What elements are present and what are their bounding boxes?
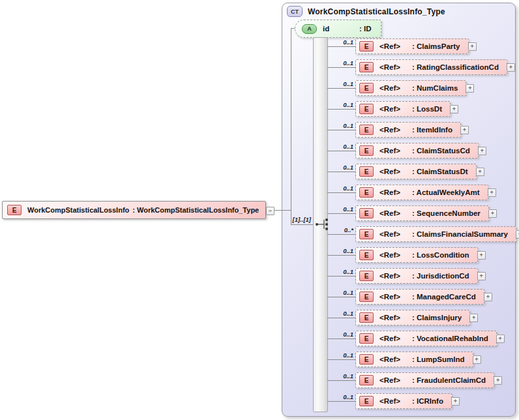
connector-line: 0..1	[327, 248, 355, 262]
element-type-label: : SequenceNumber	[412, 209, 481, 217]
element-ref-box[interactable]: E <Ref> : ManagedCareCd +	[355, 289, 484, 305]
ref-label: <Ref>	[379, 335, 412, 342]
element-ref-box[interactable]: E <Ref> : LossDt +	[355, 101, 451, 117]
cardinality-label: 0..1	[343, 372, 353, 380]
element-ref-box[interactable]: E <Ref> : RatingClassificationCd +	[355, 59, 507, 75]
element-ref-row: 0..1 E <Ref> : ManagedCareCd +	[327, 290, 484, 304]
expand-icon[interactable]: +	[494, 376, 502, 385]
element-type-label: : ActualWeeklyAmt	[412, 188, 480, 196]
element-ref-row: 0..1 E <Ref> : ClaimStatusCd +	[327, 143, 479, 158]
element-type-label: : LossCondition	[412, 251, 469, 259]
connector-line: 0..*	[327, 227, 355, 241]
element-ref-box[interactable]: E <Ref> : ICRInfo +	[355, 393, 452, 409]
expand-icon[interactable]: +	[466, 84, 474, 93]
complex-type-title: WorkCompStatisticalLossInfo_Type	[308, 7, 445, 16]
element-ref-row: 0..1 E <Ref> : FraudulentClaimCd +	[327, 373, 494, 387]
ref-label: <Ref>	[379, 230, 412, 238]
element-ref-box[interactable]: E <Ref> : FraudulentClaimCd +	[355, 372, 494, 388]
root-element-name: WorkCompStatisticalLossInfo	[27, 206, 129, 214]
connector-line	[291, 224, 314, 225]
element-ref-box[interactable]: E <Ref> : ClaimStatusDt +	[355, 164, 477, 179]
cardinality-label: 0..1	[343, 247, 353, 254]
element-ref-box[interactable]: E <Ref> : ActualWeeklyAmt +	[355, 185, 488, 200]
expand-icon[interactable]: +	[516, 230, 519, 239]
connector-line: 0..1	[327, 39, 355, 53]
expand-icon[interactable]: +	[477, 251, 486, 260]
element-ref-box[interactable]: E <Ref> : SequenceNumber +	[355, 205, 489, 221]
expand-icon[interactable]: +	[468, 42, 477, 51]
element-icon: E	[359, 208, 374, 218]
connector-line: 0..1	[327, 143, 355, 158]
expand-icon[interactable]: +	[484, 293, 492, 301]
connector-line: 0..1	[327, 331, 355, 346]
element-icon: E	[359, 104, 374, 114]
element-ref-box[interactable]: E <Ref> : NumClaims +	[355, 80, 466, 96]
cardinality-label: 0..1	[343, 205, 353, 213]
element-ref-row: 0..1 E <Ref> : ClaimsParty +	[327, 39, 469, 53]
root-element-box[interactable]: E WorkCompStatisticalLossInfo : WorkComp…	[2, 201, 266, 219]
cardinality-label: 0..1	[343, 185, 353, 192]
element-type-label: : FraudulentClaimCd	[412, 376, 486, 384]
element-icon: E	[359, 292, 374, 302]
element-icon: E	[359, 125, 374, 135]
element-ref-row: 0..* E <Ref> : ClaimsFinancialSummary +	[327, 227, 516, 241]
element-ref-row: 0..1 E <Ref> : ClaimsInjury +	[327, 310, 470, 325]
element-type-label: : VocationalRehabInd	[412, 335, 488, 342]
element-ref-box[interactable]: E <Ref> : VocationalRehabInd +	[355, 331, 497, 346]
expand-icon[interactable]: +	[450, 105, 458, 113]
expand-icon[interactable]: +	[477, 272, 486, 280]
element-ref-row: 0..1 E <Ref> : LossCondition +	[327, 248, 478, 262]
cardinality-label: 0..1	[343, 101, 353, 108]
ref-label: <Ref>	[379, 355, 412, 363]
element-ref-box[interactable]: E <Ref> : JurisdictionCd +	[355, 268, 478, 284]
element-icon: E	[359, 271, 374, 281]
element-icon: E	[359, 354, 374, 365]
connector-line: 0..1	[327, 290, 355, 304]
element-icon: E	[7, 205, 22, 215]
element-ref-box[interactable]: E <Ref> : LumpSumInd +	[355, 352, 473, 367]
element-ref-row: 0..1 E <Ref> : ActualWeeklyAmt +	[327, 185, 488, 200]
expand-icon[interactable]: +	[460, 126, 469, 134]
element-ref-box[interactable]: E <Ref> : ItemIdInfo +	[355, 122, 461, 138]
element-icon: E	[359, 333, 374, 344]
expand-icon[interactable]: +	[469, 314, 478, 322]
element-icon: E	[359, 41, 374, 52]
element-ref-box[interactable]: E <Ref> : ClaimStatusCd +	[355, 143, 479, 158]
ref-label: <Ref>	[379, 168, 412, 175]
ref-label: <Ref>	[379, 314, 412, 322]
element-icon: E	[359, 229, 374, 239]
schema-diagram-canvas: CT WorkCompStatisticalLossInfo_Type A id…	[0, 0, 519, 420]
connector-line	[291, 28, 291, 225]
cardinality-label: 0..1	[343, 80, 353, 87]
expand-icon[interactable]: +	[473, 355, 481, 364]
element-type-label: : ManagedCareCd	[412, 293, 476, 301]
cardinality-label: 0..1	[343, 143, 353, 150]
expand-icon[interactable]: +	[488, 209, 497, 218]
ref-label: <Ref>	[379, 84, 412, 92]
ref-label: <Ref>	[379, 188, 412, 196]
element-ref-box[interactable]: E <Ref> : LossCondition +	[355, 247, 478, 263]
cardinality-label: 0..1	[343, 38, 353, 46]
element-ref-row: 0..1 E <Ref> : RatingClassificationCd +	[327, 60, 507, 74]
expand-icon[interactable]: +	[507, 63, 515, 72]
attribute-box-id[interactable]: A id : ID	[295, 20, 381, 38]
cardinality-label: 0..1	[343, 289, 353, 296]
element-type-label: : NumClaims	[412, 84, 458, 92]
connector-line: 0..1	[327, 123, 355, 137]
connector-line: 0..1	[327, 269, 355, 283]
connector-line: 0..1	[327, 206, 355, 220]
expand-icon[interactable]: +	[478, 147, 486, 155]
element-ref-box[interactable]: E <Ref> : ClaimsParty +	[355, 38, 469, 54]
collapse-icon[interactable]: −	[266, 207, 274, 215]
sequence-cardinality: [1]..[1]	[266, 216, 311, 223]
element-ref-box[interactable]: E <Ref> : ClaimsFinancialSummary +	[355, 226, 516, 242]
element-icon: E	[359, 396, 374, 406]
cardinality-label: 0..1	[343, 268, 353, 275]
expand-icon[interactable]: +	[476, 168, 484, 176]
expand-icon[interactable]: +	[496, 335, 505, 343]
element-ref-box[interactable]: E <Ref> : ClaimsInjury +	[355, 310, 470, 325]
expand-icon[interactable]: +	[451, 397, 460, 406]
element-type-label: : JurisdictionCd	[412, 272, 469, 280]
connector-line: 0..1	[327, 310, 355, 325]
expand-icon[interactable]: +	[488, 188, 496, 197]
